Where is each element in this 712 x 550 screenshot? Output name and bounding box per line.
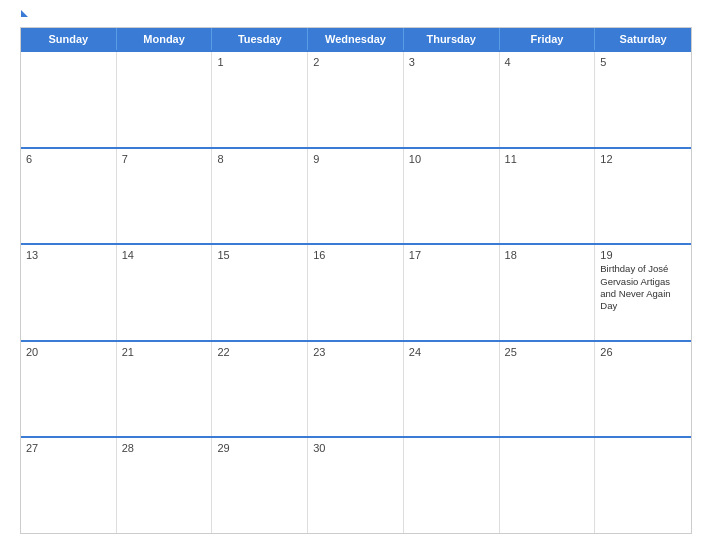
week-row-2: 6789101112	[21, 147, 691, 244]
logo	[20, 16, 28, 17]
cal-cell-14: 14	[117, 245, 213, 340]
day-number: 6	[26, 153, 111, 165]
cal-cell-26: 26	[595, 342, 691, 437]
cal-cell-empty-4-4	[404, 438, 500, 533]
cal-cell-17: 17	[404, 245, 500, 340]
calendar-grid: SundayMondayTuesdayWednesdayThursdayFrid…	[20, 27, 692, 534]
day-number: 5	[600, 56, 686, 68]
cal-cell-18: 18	[500, 245, 596, 340]
cal-cell-3: 3	[404, 52, 500, 147]
cal-cell-29: 29	[212, 438, 308, 533]
day-number: 28	[122, 442, 207, 454]
day-number: 3	[409, 56, 494, 68]
day-number: 20	[26, 346, 111, 358]
cal-cell-22: 22	[212, 342, 308, 437]
cal-cell-12: 12	[595, 149, 691, 244]
cal-cell-16: 16	[308, 245, 404, 340]
weekday-header-friday: Friday	[500, 28, 596, 50]
day-number: 2	[313, 56, 398, 68]
weekday-header-wednesday: Wednesday	[308, 28, 404, 50]
day-number: 10	[409, 153, 494, 165]
day-number: 1	[217, 56, 302, 68]
weekday-header-monday: Monday	[117, 28, 213, 50]
cal-cell-5: 5	[595, 52, 691, 147]
weekday-header-sunday: Sunday	[21, 28, 117, 50]
logo-triangle-icon	[21, 10, 28, 17]
calendar-page: SundayMondayTuesdayWednesdayThursdayFrid…	[0, 0, 712, 550]
cal-cell-4: 4	[500, 52, 596, 147]
day-number: 16	[313, 249, 398, 261]
day-number: 27	[26, 442, 111, 454]
day-number: 29	[217, 442, 302, 454]
cal-cell-25: 25	[500, 342, 596, 437]
day-number: 15	[217, 249, 302, 261]
day-number: 4	[505, 56, 590, 68]
cal-cell-24: 24	[404, 342, 500, 437]
cal-cell-empty-0-1	[117, 52, 213, 147]
page-header	[20, 16, 692, 17]
week-row-5: 27282930	[21, 436, 691, 533]
cal-cell-20: 20	[21, 342, 117, 437]
cal-cell-8: 8	[212, 149, 308, 244]
cal-cell-1: 1	[212, 52, 308, 147]
cal-cell-13: 13	[21, 245, 117, 340]
cal-cell-19: 19Birthday of José Gervasio Artigas and …	[595, 245, 691, 340]
day-number: 24	[409, 346, 494, 358]
day-number: 22	[217, 346, 302, 358]
cal-cell-empty-4-5	[500, 438, 596, 533]
day-number: 11	[505, 153, 590, 165]
weekday-header-tuesday: Tuesday	[212, 28, 308, 50]
cal-cell-2: 2	[308, 52, 404, 147]
cal-cell-28: 28	[117, 438, 213, 533]
day-number: 8	[217, 153, 302, 165]
cal-cell-10: 10	[404, 149, 500, 244]
day-number: 7	[122, 153, 207, 165]
cal-cell-11: 11	[500, 149, 596, 244]
day-number: 12	[600, 153, 686, 165]
week-row-1: 12345	[21, 50, 691, 147]
day-number: 26	[600, 346, 686, 358]
day-number: 13	[26, 249, 111, 261]
cal-cell-15: 15	[212, 245, 308, 340]
cal-cell-7: 7	[117, 149, 213, 244]
day-number: 23	[313, 346, 398, 358]
event-text: Birthday of José Gervasio Artigas and Ne…	[600, 263, 686, 312]
day-number: 19	[600, 249, 686, 261]
week-row-4: 20212223242526	[21, 340, 691, 437]
cal-cell-6: 6	[21, 149, 117, 244]
day-number: 25	[505, 346, 590, 358]
day-number: 21	[122, 346, 207, 358]
week-row-3: 13141516171819Birthday of José Gervasio …	[21, 243, 691, 340]
calendar-body: 12345678910111213141516171819Birthday of…	[21, 50, 691, 533]
cal-cell-21: 21	[117, 342, 213, 437]
day-number: 9	[313, 153, 398, 165]
day-number: 30	[313, 442, 398, 454]
weekday-header-thursday: Thursday	[404, 28, 500, 50]
cal-cell-empty-4-6	[595, 438, 691, 533]
calendar-header-row: SundayMondayTuesdayWednesdayThursdayFrid…	[21, 28, 691, 50]
cal-cell-23: 23	[308, 342, 404, 437]
weekday-header-saturday: Saturday	[595, 28, 691, 50]
cal-cell-30: 30	[308, 438, 404, 533]
cal-cell-27: 27	[21, 438, 117, 533]
day-number: 18	[505, 249, 590, 261]
cal-cell-empty-0-0	[21, 52, 117, 147]
cal-cell-9: 9	[308, 149, 404, 244]
day-number: 14	[122, 249, 207, 261]
day-number: 17	[409, 249, 494, 261]
